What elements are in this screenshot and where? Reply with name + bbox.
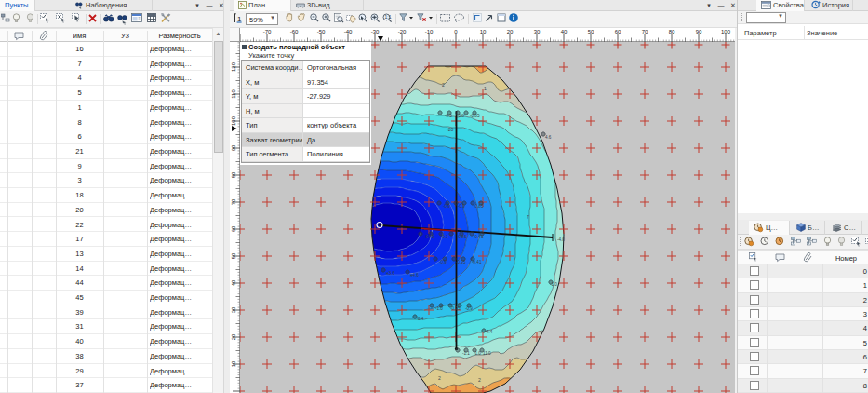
cycle-row[interactable]: 1	[738, 278, 868, 292]
toolbar-grip[interactable]	[741, 13, 742, 21]
point-name: 14	[56, 264, 103, 273]
column-header-parameter[interactable]: Параметр	[744, 29, 777, 37]
left-panel-menu-button[interactable]: ▾	[192, 0, 203, 10]
filter-clear-caret-icon[interactable]	[429, 17, 434, 20]
cycle-checkbox[interactable]	[750, 266, 759, 276]
properties-filter-select[interactable]: ▼	[746, 12, 786, 23]
bottom-toolbar-grip[interactable]	[740, 237, 741, 246]
cycle-checkbox[interactable]	[750, 381, 759, 390]
cycle-number: 0	[863, 267, 867, 276]
zoom-document-icon[interactable]	[334, 13, 344, 23]
column-header-name[interactable]: имя	[56, 32, 103, 40]
tab-points[interactable]: Пункты	[0, 0, 35, 11]
zoom-selection-icon[interactable]	[358, 13, 368, 23]
cycle-row[interactable]: 2	[738, 293, 868, 307]
pointer-tool-icon[interactable]	[485, 13, 494, 22]
info-icon[interactable]	[509, 13, 519, 23]
svg-text:-04.0: -04.0	[424, 235, 434, 239]
svg-text:20: 20	[231, 333, 236, 340]
frame-tool-icon[interactable]	[497, 13, 507, 23]
tab-3d-view[interactable]: 3D-вид	[291, 0, 364, 11]
zoom-real-size-icon[interactable]	[382, 13, 393, 23]
svg-text:-50: -50	[317, 29, 326, 34]
filter-icon[interactable]	[399, 13, 408, 22]
center-panel-menu-button[interactable]: ▾	[703, 0, 714, 10]
hierarchy-icon[interactable]	[791, 237, 802, 247]
cycle-number: 5	[863, 339, 867, 347]
zoom-all-icon[interactable]	[370, 13, 381, 23]
clock-orange-icon[interactable]	[744, 237, 754, 247]
grid-view-icon[interactable]	[147, 13, 157, 23]
tools-icon[interactable]	[161, 13, 171, 23]
filter-clear-icon[interactable]	[417, 13, 427, 22]
delete-x-icon[interactable]	[88, 14, 98, 23]
pan-hand-icon[interactable]	[285, 13, 294, 22]
tool-parameters-table: Система коорди…ОртогональнаяX, м97.354Y,…	[241, 60, 370, 163]
svg-text:100: 100	[721, 29, 731, 34]
bulb-off-bottom-icon[interactable]	[837, 237, 847, 247]
tab-cycles[interactable]: Ц…	[749, 221, 790, 235]
clock-plain-icon[interactable]	[760, 237, 770, 247]
cycle-checkbox[interactable]	[750, 295, 759, 305]
cycle-checkbox[interactable]	[750, 352, 759, 361]
zoom-out-icon[interactable]	[310, 13, 319, 22]
tab-base[interactable]: Б…	[792, 221, 825, 235]
point-name: 13	[56, 250, 103, 258]
cycle-row[interactable]: 3	[738, 307, 868, 321]
cycle-checkbox[interactable]	[750, 280, 759, 290]
tab-plan[interactable]: План	[234, 0, 291, 11]
column-header-value[interactable]: Значение	[807, 29, 837, 37]
app-window: { "left_panel": { "tabs": [ { "label": "…	[0, 0, 868, 393]
cycle-checkbox[interactable]	[750, 309, 759, 318]
column-header-number[interactable]: Номер	[823, 254, 868, 263]
zoom-in-icon[interactable]	[322, 13, 331, 22]
cycle-row[interactable]: 6	[738, 350, 868, 364]
bulb-on-bottom-icon[interactable]	[823, 237, 833, 247]
zoom-select[interactable]: 59% ▼	[246, 13, 278, 25]
cycle-checkbox[interactable]	[750, 323, 759, 332]
select-lasso-icon[interactable]	[454, 13, 465, 23]
point-name: 17	[56, 235, 103, 243]
cycle-checkbox[interactable]	[750, 338, 759, 347]
tab-properties[interactable]: Свойства	[756, 0, 805, 11]
tab-history[interactable]: История	[807, 0, 853, 11]
panel-view-icon[interactable]	[131, 13, 143, 23]
tab-summary[interactable]: С…	[827, 221, 862, 235]
select-cursor-icon[interactable]	[72, 13, 83, 24]
point-name: 1	[56, 103, 103, 112]
clock-brown-icon[interactable]	[775, 237, 785, 247]
select-check-bottom-icon[interactable]	[851, 237, 862, 248]
center-panel-minimize-button[interactable]: —	[715, 0, 727, 10]
corner-tool-icon[interactable]	[473, 13, 483, 23]
cycle-row[interactable]: 5	[738, 336, 868, 350]
select-clear-icon[interactable]	[56, 13, 67, 24]
bulb-on-icon[interactable]	[12, 13, 21, 23]
hierarchy2-icon[interactable]	[807, 237, 818, 247]
column-header-uz[interactable]: УЗ	[103, 32, 147, 40]
select-check-icon[interactable]	[40, 13, 51, 24]
binoculars-select-icon[interactable]	[117, 13, 127, 25]
cycle-checkbox[interactable]	[750, 366, 759, 375]
left-panel-minimize-button[interactable]: —	[204, 0, 215, 10]
zoom-value: 59%	[249, 15, 263, 25]
cycle-row[interactable]: 8	[738, 379, 868, 393]
select-rect-icon[interactable]	[440, 13, 451, 23]
binoculars-icon[interactable]	[103, 13, 114, 23]
tree-icon[interactable]	[1, 13, 11, 23]
scrollbar-thumb[interactable]	[214, 41, 223, 153]
point-dimension: Деформац…	[150, 221, 211, 229]
cycle-row[interactable]: 0	[738, 264, 868, 278]
map-viewport[interactable]: -0.5-0.8-0.854.6-0.9-0.9-0.85-04.0-0.3-0…	[240, 42, 735, 393]
filter-caret-icon[interactable]	[409, 17, 414, 20]
scroll-up-icon[interactable]: ▲	[213, 28, 223, 40]
cycle-row[interactable]: 4	[738, 321, 868, 335]
column-header-dimension[interactable]: Размерность	[147, 32, 212, 40]
grab-hand-icon[interactable]	[297, 13, 306, 22]
pan-box-icon[interactable]	[346, 13, 356, 23]
svg-text:-20: -20	[447, 127, 454, 132]
cycle-row[interactable]: 7	[738, 364, 868, 378]
bulb-off-icon[interactable]	[26, 13, 35, 23]
points-table-scrollbar[interactable]: ▲	[212, 28, 223, 393]
scale-icon[interactable]	[234, 13, 243, 23]
tab-observations[interactable]: Наблюдения	[71, 0, 153, 11]
